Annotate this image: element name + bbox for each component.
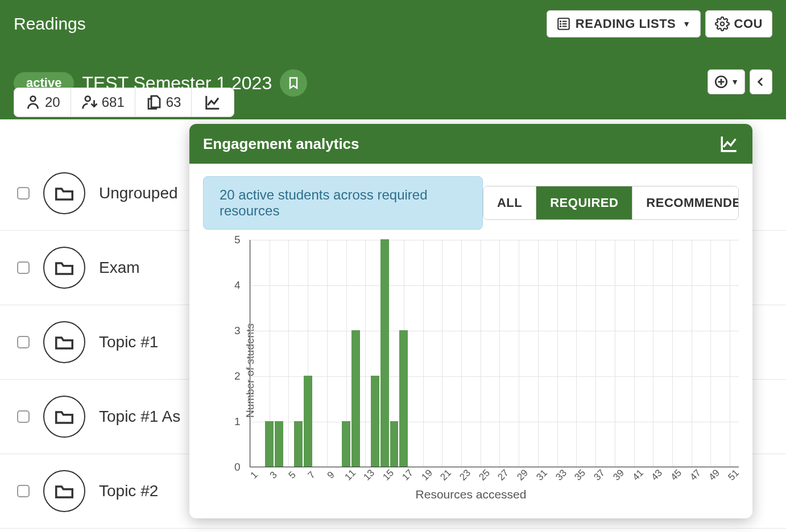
chart-bar xyxy=(380,239,389,467)
chart-x-tick: 11 xyxy=(342,467,358,483)
caret-down-icon: ▼ xyxy=(682,19,690,28)
chart-x-tick: 45 xyxy=(668,467,684,483)
list-icon xyxy=(556,16,571,31)
folder-label: Ungrouped xyxy=(99,184,178,202)
stats-toolbar: 20 681 63 xyxy=(14,88,234,117)
add-menu[interactable]: ▼ xyxy=(708,69,745,94)
chart-x-tick: 1 xyxy=(249,469,260,481)
chart-x-tick: 5 xyxy=(287,469,299,481)
chart-x-tick: 9 xyxy=(325,469,337,481)
chart-y-tick: 2 xyxy=(234,370,241,383)
folder-icon xyxy=(43,396,85,438)
chart-bar xyxy=(342,421,350,467)
chart-bar xyxy=(371,376,379,467)
chart-x-tick: 17 xyxy=(400,467,416,483)
chart-x-tick: 7 xyxy=(306,469,318,481)
chart-x-tick: 41 xyxy=(630,467,646,483)
filter-required[interactable]: REQUIRED xyxy=(536,186,632,219)
analytics-title: Engagement analytics xyxy=(203,135,359,153)
gear-icon xyxy=(715,16,730,31)
chart-x-tick: 25 xyxy=(477,467,493,483)
folder-checkbox[interactable] xyxy=(17,336,30,348)
stats-docs[interactable]: 63 xyxy=(135,88,192,117)
reading-lists-label: READING LISTS xyxy=(576,16,676,31)
chart-x-tick: 27 xyxy=(496,467,512,483)
analytics-summary: 20 active students across required resou… xyxy=(203,176,483,230)
chart-icon xyxy=(719,134,739,153)
chart-y-tick: 4 xyxy=(234,279,241,292)
chart-x-tick: 43 xyxy=(650,467,665,483)
folder-checkbox[interactable] xyxy=(17,485,30,497)
chart-x-tick: 15 xyxy=(380,467,396,483)
chart-bar xyxy=(304,376,312,467)
chart-y-tick: 3 xyxy=(234,325,241,337)
chart-icon xyxy=(204,94,221,111)
folder-label: Exam xyxy=(99,259,140,277)
analytics-chart: Number of students Resources accessed 01… xyxy=(203,240,739,501)
chart-y-tick: 5 xyxy=(234,234,241,246)
folder-checkbox[interactable] xyxy=(17,187,30,200)
chart-x-tick: 3 xyxy=(267,469,279,481)
chart-bar xyxy=(351,330,360,467)
reading-lists-menu[interactable]: READING LISTS ▼ xyxy=(547,10,701,38)
folder-checkbox[interactable] xyxy=(17,410,30,423)
arrow-icon xyxy=(754,74,768,89)
person-download-icon xyxy=(81,94,98,111)
chart-bar xyxy=(275,421,283,467)
chart-bar xyxy=(265,421,274,467)
chart-bar xyxy=(294,421,303,467)
analytics-filter-group: ALL REQUIRED RECOMMENDED xyxy=(483,186,739,220)
stats-students-count: 20 xyxy=(45,94,60,110)
folder-icon xyxy=(43,321,85,363)
stats-downloads[interactable]: 681 xyxy=(71,88,135,117)
chart-x-tick: 51 xyxy=(726,467,742,483)
folder-icon xyxy=(43,470,85,512)
nav-button[interactable] xyxy=(750,69,772,94)
person-icon xyxy=(24,94,42,111)
chart-x-tick: 39 xyxy=(611,467,627,483)
chart-x-label: Resources accessed xyxy=(416,488,527,501)
chart-x-tick: 19 xyxy=(419,467,435,483)
chart-x-tick: 47 xyxy=(688,467,704,483)
chart-x-tick: 21 xyxy=(438,467,454,483)
chart-x-tick: 49 xyxy=(707,467,723,483)
chart-x-tick: 31 xyxy=(534,467,550,483)
plus-circle-icon xyxy=(714,74,729,89)
bookmark-button[interactable] xyxy=(280,69,307,97)
chart-x-tick: 29 xyxy=(515,467,531,483)
stats-students[interactable]: 20 xyxy=(14,88,71,117)
folder-label: Topic #2 xyxy=(99,482,158,500)
svg-point-12 xyxy=(85,96,90,101)
chart-x-tick: 35 xyxy=(573,467,589,483)
analytics-popover: Engagement analytics 20 active students … xyxy=(189,124,752,518)
stats-analytics-button[interactable] xyxy=(192,88,234,117)
chart-x-tick: 37 xyxy=(591,467,607,483)
course-settings-label: COU xyxy=(734,16,763,31)
folder-checkbox[interactable] xyxy=(17,261,30,274)
svg-point-7 xyxy=(720,22,724,26)
page-title: Readings xyxy=(14,14,86,34)
stats-downloads-count: 681 xyxy=(102,94,125,110)
folder-icon xyxy=(43,172,85,214)
folder-icon xyxy=(43,247,85,289)
docs-icon xyxy=(146,94,163,111)
chart-y-tick: 0 xyxy=(234,461,241,473)
chart-x-tick: 33 xyxy=(553,467,569,483)
stats-docs-count: 63 xyxy=(166,94,181,110)
chart-x-tick: 23 xyxy=(457,467,473,483)
chart-bar xyxy=(390,421,399,467)
filter-recommended[interactable]: RECOMMENDED xyxy=(632,186,739,219)
filter-all[interactable]: ALL xyxy=(483,186,536,219)
course-settings-menu[interactable]: COU xyxy=(705,10,772,38)
chart-x-tick: 13 xyxy=(362,467,378,483)
chart-y-tick: 1 xyxy=(234,415,241,428)
folder-label: Topic #1 As xyxy=(99,408,180,426)
caret-down-icon: ▼ xyxy=(731,77,739,86)
chart-bar xyxy=(399,330,408,467)
folder-label: Topic #1 xyxy=(99,333,158,351)
bookmark-icon xyxy=(287,76,300,90)
svg-point-11 xyxy=(31,96,36,101)
